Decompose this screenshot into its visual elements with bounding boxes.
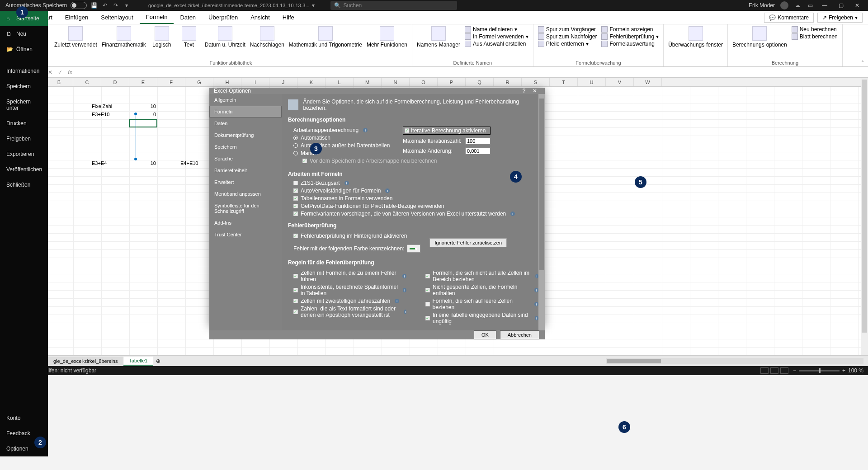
- sheet-tab-active[interactable]: Tabelle1: [123, 357, 153, 366]
- fm-neu[interactable]: 🗋Neu: [0, 26, 48, 42]
- cell[interactable]: E4+E10: [179, 160, 207, 168]
- define-name-button[interactable]: Name definieren ▾: [465, 26, 528, 33]
- rule-check[interactable]: ✓Zahlen, die als Text formatiert sind od…: [293, 306, 406, 318]
- evaluate-formula-button[interactable]: Formelauswertung: [601, 41, 659, 47]
- page-break-button[interactable]: [780, 367, 788, 374]
- trace-precedents-button[interactable]: Spur zum Vorgänger: [538, 26, 597, 33]
- share-button[interactable]: ↗Freigeben▾: [817, 13, 863, 23]
- undo-icon[interactable]: ↶: [101, 2, 108, 9]
- sheet-tab[interactable]: gle_de_excel-zirkel_übereins: [48, 357, 123, 365]
- search-input[interactable]: 🔍 Suchen: [330, 1, 457, 10]
- normal-view-button[interactable]: [760, 367, 769, 374]
- show-formulas-button[interactable]: Formeln anzeigen: [601, 26, 659, 33]
- tab-seitenlayout[interactable]: Seitenlayout: [94, 11, 140, 24]
- trace-dependents-button[interactable]: Spur zum Nachfolger: [538, 33, 597, 40]
- save-icon[interactable]: 💾: [90, 2, 98, 9]
- fm-veroeffentlichen[interactable]: Veröffentlichen: [0, 162, 48, 177]
- calc-options-button[interactable]: Berechnungs-optionen: [732, 26, 787, 48]
- error-color-picker[interactable]: ▾: [407, 244, 420, 253]
- doc-dropdown-icon[interactable]: ▾: [310, 2, 317, 9]
- max-iterations-input[interactable]: [465, 137, 491, 145]
- max-change-input[interactable]: [465, 147, 491, 155]
- selected-cell[interactable]: [129, 119, 157, 127]
- cancel-button[interactable]: Abbrechen: [500, 330, 539, 339]
- fm-speichern-unter[interactable]: Speichern unter: [0, 94, 48, 116]
- tab-einfuegen[interactable]: Einfügen: [59, 11, 94, 24]
- fm-konto[interactable]: Konto: [0, 410, 48, 426]
- zoom-level[interactable]: 100 %: [848, 367, 863, 374]
- user-name[interactable]: Erik Moder: [749, 2, 775, 9]
- tab-ueberpruefen[interactable]: Überprüfen: [202, 11, 244, 24]
- nav-barrierefreiheit[interactable]: Barrierefreiheit: [209, 164, 282, 176]
- dialog-scrollbar[interactable]: [538, 94, 545, 330]
- enter-icon[interactable]: ✓: [55, 69, 65, 75]
- error-checking-button[interactable]: Fehlerüberprüfung ▾: [601, 33, 659, 40]
- check-getpivot[interactable]: ✓GetPivotData-Funktionen für PivotTable-…: [293, 203, 538, 209]
- column-headers[interactable]: BCDEFGHIJKLMNOPQRSTUVW: [45, 78, 861, 87]
- fm-oeffnen[interactable]: 📂Öffnen: [0, 42, 48, 57]
- vertical-scrollbar[interactable]: [861, 78, 868, 355]
- fm-speichern[interactable]: Speichern: [0, 79, 48, 94]
- nav-addins[interactable]: Add-Ins: [209, 217, 282, 229]
- logical-button[interactable]: Logisch: [151, 26, 173, 48]
- fm-drucken[interactable]: Drucken: [0, 116, 48, 131]
- collapse-ribbon-icon[interactable]: ˄: [857, 24, 868, 66]
- nav-speichern[interactable]: Speichern: [209, 141, 282, 153]
- page-layout-button[interactable]: [770, 367, 778, 374]
- rule-check[interactable]: ✓Zellen mit zweistelligen Jahreszahleni: [293, 298, 406, 304]
- calc-sheet-button[interactable]: Blatt berechnen: [792, 33, 838, 40]
- ok-button[interactable]: OK: [474, 330, 496, 339]
- nav-daten[interactable]: Daten: [209, 118, 282, 129]
- math-trig-button[interactable]: Mathematik und Trigonometrie: [289, 26, 362, 48]
- check-formula-variants[interactable]: ✓Formelvarianten vorschlagen, die von äl…: [293, 211, 538, 217]
- cell[interactable]: E3+E4: [90, 160, 118, 168]
- zoom-in-button[interactable]: +: [842, 367, 845, 374]
- lookup-button[interactable]: Nachschlagen: [250, 26, 284, 48]
- check-r1c1[interactable]: Z1S1-Bezugsarti: [293, 180, 538, 186]
- rule-check[interactable]: ✓Nicht gesperrte Zellen, die Formeln ent…: [425, 284, 538, 296]
- cell[interactable]: 10: [129, 103, 157, 111]
- more-functions-button[interactable]: Mehr Funktionen: [367, 26, 407, 48]
- watch-window-button[interactable]: Überwachungs-fenster: [668, 26, 723, 48]
- tab-formeln[interactable]: Formeln: [140, 11, 174, 24]
- date-time-button[interactable]: Datum u. Uhrzeit: [205, 26, 245, 48]
- tab-daten[interactable]: Daten: [174, 11, 202, 24]
- zoom-out-button[interactable]: −: [793, 367, 796, 374]
- fm-schliessen[interactable]: Schließen: [0, 177, 48, 193]
- fm-informationen[interactable]: Informationen: [0, 63, 48, 79]
- ribbon-mode-icon[interactable]: ▭: [807, 2, 814, 9]
- cell[interactable]: E3+E10: [90, 111, 118, 119]
- add-sheet-button[interactable]: ⊕: [153, 358, 163, 364]
- tab-hilfe[interactable]: Hilfe: [276, 11, 301, 24]
- avatar[interactable]: [780, 1, 788, 9]
- iterative-calc-checkbox[interactable]: ✓Iterative Berechnung aktivieren: [403, 127, 491, 135]
- rule-check[interactable]: Formeln, die sich auf leere Zellen bezie…: [425, 298, 538, 310]
- cloud-icon[interactable]: ☁: [794, 2, 801, 9]
- nav-erweitert[interactable]: Erweitert: [209, 176, 282, 188]
- tab-ansicht[interactable]: Ansicht: [244, 11, 276, 24]
- name-manager-button[interactable]: Namens-Manager: [417, 26, 460, 48]
- nav-allgemein[interactable]: Allgemein: [209, 94, 282, 106]
- zoom-slider[interactable]: [799, 370, 840, 371]
- nav-trustcenter[interactable]: Trust Center: [209, 229, 282, 240]
- create-from-selection-button[interactable]: Aus Auswahl erstellen: [465, 41, 528, 47]
- recent-functions-button[interactable]: Zuletzt verwendet: [54, 26, 97, 48]
- close-dialog-button[interactable]: ✕: [529, 88, 540, 94]
- redo-icon[interactable]: ↷: [112, 2, 119, 9]
- comments-button[interactable]: 💬Kommentare: [764, 13, 814, 23]
- minimize-button[interactable]: —: [819, 0, 830, 11]
- check-tablenames[interactable]: ✓Tabellennamen in Formeln verwenden: [293, 195, 538, 202]
- nav-sprache[interactable]: Sprache: [209, 153, 282, 164]
- nav-dokumentpruefung[interactable]: Dokumentprüfung: [209, 129, 282, 141]
- calc-now-button[interactable]: Neu berechnen: [792, 26, 838, 33]
- text-button[interactable]: Text: [178, 26, 200, 48]
- rule-check[interactable]: ✓Inkonsistente, berechnete Spaltenformel…: [293, 284, 406, 296]
- cell[interactable]: Fixe Zahl: [90, 103, 118, 111]
- nav-schnellzugriff[interactable]: Symbolleiste für den Schnellzugriff: [209, 200, 282, 217]
- rule-check[interactable]: ✓Zellen mit Formeln, die zu einem Fehler…: [293, 270, 406, 282]
- autosave-toggle[interactable]: [71, 2, 87, 9]
- remove-arrows-button[interactable]: Pfeile entfernen ▾: [538, 41, 597, 47]
- help-button[interactable]: ?: [519, 88, 529, 94]
- horizontal-scrollbar[interactable]: [606, 358, 863, 364]
- check-autocomplete[interactable]: ✓AutoVervollständigen für Formelni: [293, 188, 538, 194]
